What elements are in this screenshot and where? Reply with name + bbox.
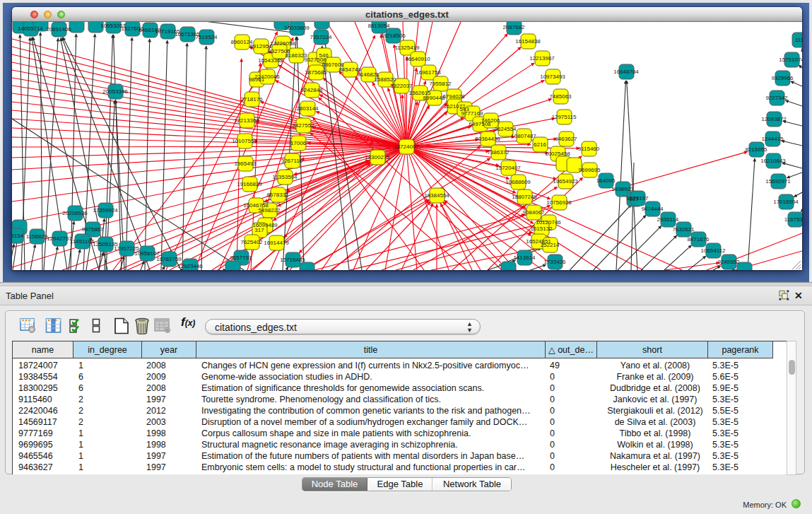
svg-text:11325419: 11325419 xyxy=(395,45,420,51)
svg-text:16648784: 16648784 xyxy=(613,69,639,75)
svg-text:8427552: 8427552 xyxy=(292,122,314,129)
svg-text:7515524: 7515524 xyxy=(195,34,218,40)
svg-text:16210643: 16210643 xyxy=(760,158,786,164)
svg-text:8678332: 8678332 xyxy=(266,192,289,198)
svg-text:15720407: 15720407 xyxy=(495,165,521,171)
svg-text:14055714: 14055714 xyxy=(18,25,43,32)
svg-text:2087682: 2087682 xyxy=(502,24,525,30)
svg-text:746206: 746206 xyxy=(481,117,500,124)
svg-text:7357224: 7357224 xyxy=(310,34,332,40)
svg-text:9975867: 9975867 xyxy=(81,226,104,233)
svg-text:2935114: 2935114 xyxy=(657,216,679,223)
svg-text:3267110: 3267110 xyxy=(281,158,303,164)
svg-text:7485063: 7485063 xyxy=(549,93,572,100)
svg-text:10973493: 10973493 xyxy=(540,74,565,80)
svg-text:9084067: 9084067 xyxy=(522,209,545,216)
svg-text:10756928: 10756928 xyxy=(546,199,572,206)
svg-text:8990448: 8990448 xyxy=(423,95,445,101)
svg-text:2718176: 2718176 xyxy=(240,96,263,103)
svg-text:9242848: 9242848 xyxy=(300,87,323,93)
svg-text:1965493: 1965493 xyxy=(234,160,257,167)
svg-text:18807249: 18807249 xyxy=(512,194,537,200)
svg-text:39154: 39154 xyxy=(12,233,24,239)
svg-text:7632621: 7632621 xyxy=(672,226,695,233)
svg-text:6879197: 6879197 xyxy=(626,195,649,201)
svg-text:16782759: 16782759 xyxy=(156,256,182,262)
svg-text:546: 546 xyxy=(319,52,329,59)
svg-text:9245652: 9245652 xyxy=(717,259,740,265)
svg-text:3624554: 3624554 xyxy=(494,126,517,132)
svg-text:1156829: 1156829 xyxy=(26,233,48,240)
svg-text:12942757: 12942757 xyxy=(47,235,72,242)
svg-text:22420046: 22420046 xyxy=(254,74,280,80)
svg-text:317: 317 xyxy=(254,227,264,233)
svg-text:16033809: 16033809 xyxy=(284,25,310,31)
svg-text:9115460: 9115460 xyxy=(578,146,600,152)
svg-text:10120746: 10120746 xyxy=(536,219,561,226)
svg-text:11353594: 11353594 xyxy=(273,174,298,180)
svg-text:111: 111 xyxy=(795,37,802,43)
svg-text:9777169: 9777169 xyxy=(461,110,483,117)
svg-text:1733426: 1733426 xyxy=(543,259,566,265)
svg-text:7955812: 7955812 xyxy=(429,81,452,87)
svg-text:1588520: 1588520 xyxy=(374,76,396,83)
svg-text:5322037: 5322037 xyxy=(390,83,413,89)
svg-text:15692971: 15692971 xyxy=(765,178,791,185)
svg-text:10807487: 10807487 xyxy=(511,133,536,139)
svg-text:6216: 6216 xyxy=(534,141,546,148)
svg-text:8471676: 8471676 xyxy=(687,236,710,243)
svg-text:17006: 17006 xyxy=(290,140,307,146)
svg-text:17016504: 17016504 xyxy=(773,199,799,205)
svg-text:5498222: 5498222 xyxy=(258,207,281,214)
svg-text:164095: 164095 xyxy=(596,177,616,184)
svg-text:3875685: 3875685 xyxy=(305,69,327,76)
svg-text:12213369: 12213369 xyxy=(234,117,259,124)
svg-text:10107553: 10107553 xyxy=(232,138,257,144)
svg-text:18724007: 18724007 xyxy=(394,144,419,150)
svg-text:9657791: 9657791 xyxy=(230,255,252,261)
svg-text:2803144: 2803144 xyxy=(296,105,319,112)
svg-text:9699695: 9699695 xyxy=(578,167,601,173)
svg-text:7625402: 7625402 xyxy=(240,239,263,245)
svg-text:16914479: 16914479 xyxy=(264,240,289,246)
svg-text:16640910: 16640910 xyxy=(405,56,430,62)
svg-text:12975115: 12975115 xyxy=(552,114,577,120)
svg-text:9463627: 9463627 xyxy=(555,136,577,142)
svg-text:19384554: 19384554 xyxy=(424,192,449,199)
svg-text:9329966: 9329966 xyxy=(771,75,794,81)
svg-text:10025458: 10025458 xyxy=(545,151,570,157)
svg-text:13226058: 13226058 xyxy=(270,40,295,47)
svg-text:12213967: 12213967 xyxy=(529,55,555,62)
svg-text:10688609: 10688609 xyxy=(505,179,531,185)
svg-text:19166829: 19166829 xyxy=(237,181,262,187)
svg-text:20053346: 20053346 xyxy=(102,88,128,95)
svg-text:16543362: 16543362 xyxy=(258,57,283,64)
svg-text:16961758: 16961758 xyxy=(416,69,441,76)
svg-text:12923446: 12923446 xyxy=(177,263,203,269)
svg-text:8215955: 8215955 xyxy=(745,146,767,153)
svg-text:20364436: 20364436 xyxy=(475,136,500,142)
svg-text:7386372: 7386372 xyxy=(487,149,510,156)
svg-text:18300275: 18300275 xyxy=(365,154,390,160)
svg-text:19654923: 19654923 xyxy=(553,178,578,185)
svg-text:9227342: 9227342 xyxy=(765,95,788,101)
svg-text:15716485: 15716485 xyxy=(280,257,305,263)
svg-text:10654112: 10654112 xyxy=(701,247,726,254)
svg-text:9474444: 9474444 xyxy=(641,206,664,212)
svg-text:1244415: 1244415 xyxy=(761,136,784,142)
svg-text:1615132: 1615132 xyxy=(530,226,553,232)
svg-text:17359924: 17359924 xyxy=(93,207,118,214)
svg-text:8813054: 8813054 xyxy=(367,23,390,29)
svg-text:1413614: 1413614 xyxy=(513,255,536,261)
svg-text:15751074: 15751074 xyxy=(779,57,802,63)
svg-text:252214: 252214 xyxy=(541,242,560,248)
svg-text:5938923: 5938923 xyxy=(611,186,634,192)
svg-text:11451194: 11451194 xyxy=(70,238,95,245)
svg-text:20206536: 20206536 xyxy=(62,210,88,216)
svg-text:19218506: 19218506 xyxy=(380,33,406,39)
svg-text:12093872: 12093872 xyxy=(761,116,787,122)
svg-text:20691406: 20691406 xyxy=(46,26,71,33)
svg-text:16154838: 16154838 xyxy=(515,38,541,45)
svg-text:1167533: 1167533 xyxy=(784,216,802,223)
svg-text:6794028: 6794028 xyxy=(442,93,465,100)
